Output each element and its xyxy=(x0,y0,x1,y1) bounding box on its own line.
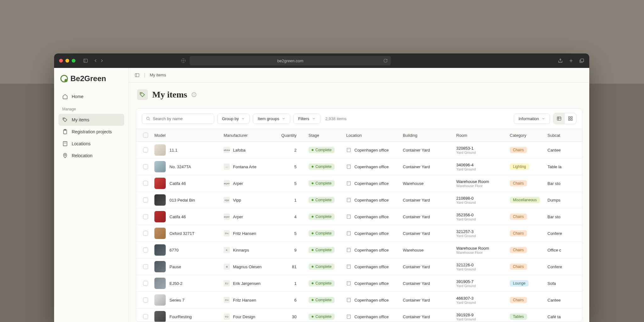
quantity-value: 6 xyxy=(277,292,305,308)
row-checkbox[interactable] xyxy=(143,314,148,319)
svg-rect-28 xyxy=(569,119,570,120)
svg-rect-0 xyxy=(84,59,87,63)
col-location[interactable]: Location xyxy=(343,129,400,142)
room-sub: Yard Ground xyxy=(456,301,503,304)
svg-rect-70 xyxy=(347,315,351,319)
room-sub: Warehouse Floor xyxy=(456,184,503,188)
col-quantity[interactable]: Quantity xyxy=(277,129,305,142)
search-box[interactable] xyxy=(142,114,214,124)
row-checkbox[interactable] xyxy=(143,181,148,186)
nav-registration[interactable]: Registration projects xyxy=(58,126,124,138)
col-building[interactable]: Building xyxy=(400,129,453,142)
stage-badge: Complete xyxy=(308,264,335,270)
reload-icon[interactable] xyxy=(383,58,388,63)
col-category[interactable]: Category xyxy=(507,129,544,142)
table-row[interactable]: 6770 KKinnarps 9 Complete Copenhagen off… xyxy=(136,242,582,258)
group-by-button[interactable]: Group by xyxy=(217,114,250,124)
new-tab-icon[interactable] xyxy=(569,58,574,63)
row-checkbox[interactable] xyxy=(143,147,148,153)
row-checkbox[interactable] xyxy=(143,281,148,286)
search-icon xyxy=(146,116,150,121)
col-subcat[interactable]: Subcat xyxy=(544,129,582,142)
browser-right-icons xyxy=(558,58,584,63)
manufacturer-logo: lafoba xyxy=(224,147,230,153)
stage-badge: Complete xyxy=(308,314,335,320)
building-name: Container Yard xyxy=(400,308,453,322)
svg-rect-34 xyxy=(347,165,351,169)
svg-point-17 xyxy=(141,93,142,94)
col-room[interactable]: Room xyxy=(453,129,507,142)
tabs-icon[interactable] xyxy=(579,58,584,63)
room-id: Warehouse Room xyxy=(456,246,503,251)
select-all-checkbox[interactable] xyxy=(143,133,148,138)
traffic-lights xyxy=(59,59,75,63)
svg-rect-62 xyxy=(347,281,351,285)
building-icon xyxy=(346,181,351,186)
item-thumbnail xyxy=(154,278,166,289)
share-icon[interactable] xyxy=(558,58,563,63)
row-checkbox[interactable] xyxy=(143,264,148,269)
svg-rect-23 xyxy=(557,117,561,120)
table-row[interactable]: Series 7 FHFritz Hansen 6 Complete Copen… xyxy=(136,292,582,308)
info-icon[interactable] xyxy=(192,92,197,97)
table-row[interactable]: Pause ⊕Magnus Olesen 81 Complete Copenha… xyxy=(136,258,582,275)
building-icon xyxy=(346,147,351,153)
manufacturer-name: Vipp xyxy=(233,198,241,203)
subcat-value: Confere xyxy=(544,258,582,275)
nav-locations[interactable]: Locations xyxy=(58,138,124,150)
page-title: My items xyxy=(152,90,187,100)
maximize-window[interactable] xyxy=(72,59,75,63)
table-row[interactable]: Catifa 46 arperArper 4 Complete Copenhag… xyxy=(136,208,582,225)
filters-button[interactable]: Filters xyxy=(293,114,320,124)
nav-home[interactable]: Home xyxy=(58,91,124,103)
row-checkbox[interactable] xyxy=(143,164,148,169)
forward-icon[interactable] xyxy=(99,58,104,63)
row-checkbox[interactable] xyxy=(143,214,148,219)
information-button[interactable]: Information xyxy=(514,114,550,124)
row-checkbox[interactable] xyxy=(143,297,148,303)
nav-relocation[interactable]: Relocation xyxy=(58,150,124,162)
sidebar-toggle-icon[interactable] xyxy=(83,58,88,63)
table-row[interactable]: No. 3247TA ---Fontana Arte 5 Complete Co… xyxy=(136,158,582,175)
col-stage[interactable]: Stage xyxy=(305,129,343,142)
close-window[interactable] xyxy=(59,59,63,63)
tag-icon xyxy=(62,117,68,123)
model-name: Oxford 3271T xyxy=(169,231,195,236)
building-name: Container Yard xyxy=(400,158,453,175)
manufacturer-name: Fritz Hansen xyxy=(233,231,256,236)
category-tag: Chairs xyxy=(510,147,527,153)
col-model[interactable]: Model xyxy=(151,129,220,142)
breadcrumb[interactable]: My items xyxy=(150,73,166,77)
svg-rect-26 xyxy=(569,117,570,118)
table-row[interactable]: Oxford 3271T FHFritz Hansen 5 Complete C… xyxy=(136,225,582,242)
table-row[interactable]: FourResting FDFour Design 30 Complete Co… xyxy=(136,308,582,322)
svg-rect-58 xyxy=(347,265,351,269)
table-row[interactable]: 013 Pedal Bin vippVipp 1 Complete Copenh… xyxy=(136,192,582,208)
table-row[interactable]: Catifa 46 arperArper 5 Complete Copenhag… xyxy=(136,175,582,192)
table-row[interactable]: EJ50-2 EJErik Jørgensen 1 Complete Copen… xyxy=(136,275,582,292)
svg-rect-42 xyxy=(347,198,351,202)
address-bar[interactable]: be2green.com xyxy=(190,56,391,65)
minimize-window[interactable] xyxy=(65,59,69,63)
row-checkbox[interactable] xyxy=(143,197,148,203)
back-icon[interactable] xyxy=(93,58,98,63)
row-checkbox[interactable] xyxy=(143,231,148,236)
building-icon xyxy=(346,231,351,236)
row-checkbox[interactable] xyxy=(143,247,148,253)
item-count: 2,938 items xyxy=(325,116,347,121)
browser-nav-icons xyxy=(83,58,104,63)
nav-my-items[interactable]: My items xyxy=(58,114,124,126)
logo[interactable]: Be2Green xyxy=(58,74,124,83)
nav-section-manage: Manage xyxy=(58,103,124,114)
col-manufacturer[interactable]: Manufacturer xyxy=(220,129,277,142)
search-input[interactable] xyxy=(153,116,210,121)
grid-view-button[interactable] xyxy=(565,113,576,124)
list-view-button[interactable] xyxy=(553,113,565,124)
panel-toggle-icon[interactable] xyxy=(135,73,140,78)
browser-chrome: be2green.com xyxy=(54,53,589,68)
svg-rect-29 xyxy=(571,119,572,120)
room-id: 391905-7 xyxy=(456,279,503,284)
table-row[interactable]: 11.1 lafobaLafoba 2 Complete Copenhagen … xyxy=(136,142,582,158)
item-groups-button[interactable]: Item groups xyxy=(253,114,290,124)
view-toggle xyxy=(553,113,576,124)
